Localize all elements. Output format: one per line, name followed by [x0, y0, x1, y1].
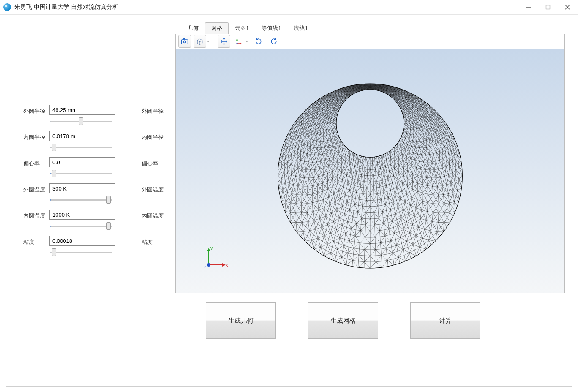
axes-icon[interactable]	[233, 35, 245, 48]
rotate-cw-icon[interactable]	[252, 35, 265, 48]
generate-geometry-button[interactable]: 生成几何	[206, 302, 276, 339]
title-bar: 朱勇飞 中国计量大学 自然对流仿真分析	[0, 0, 578, 15]
param-slider-outer_temp[interactable]	[50, 196, 112, 204]
param-label-inner_temp: 内圆温度	[23, 212, 49, 220]
view-tabs: 几何网格云图1等值线1流线1	[175, 23, 565, 34]
camera-icon[interactable]	[178, 35, 191, 48]
view-area: 几何网格云图1等值线1流线1	[175, 23, 565, 293]
svg-rect-3	[183, 39, 185, 40]
svg-rect-0	[546, 5, 550, 9]
param-input-eccentricity[interactable]	[49, 157, 115, 167]
main-frame: 外圆半径外圆半径内圆半径内圆半径偏心率偏心率外圆温度外圆温度内圆温度内圆温度粘度…	[6, 15, 572, 387]
tab-3[interactable]: 等值线1	[255, 22, 287, 34]
chevron-down-icon[interactable]	[245, 38, 249, 45]
svg-rect-1	[182, 40, 188, 44]
param-input-viscosity[interactable]	[49, 236, 115, 246]
param-input-inner_temp[interactable]	[49, 210, 115, 220]
chevron-down-icon[interactable]	[206, 38, 210, 45]
param-echo-viscosity: 粘度	[142, 238, 153, 246]
param-echo-eccentricity: 偏心率	[142, 160, 158, 167]
param-echo-inner_temp: 内圆温度	[142, 212, 164, 220]
param-echo-inner_radius: 内圆半径	[142, 133, 164, 141]
param-row-outer_radius: 外圆半径外圆半径	[23, 104, 175, 130]
param-slider-viscosity[interactable]	[50, 248, 112, 256]
param-label-inner_radius: 内圆半径	[23, 133, 49, 141]
rotate-ccw-icon[interactable]	[267, 35, 280, 48]
tab-1[interactable]: 网格	[205, 22, 229, 34]
param-slider-inner_temp[interactable]	[50, 222, 112, 230]
window-title: 朱勇飞 中国计量大学 自然对流仿真分析	[14, 3, 118, 11]
svg-point-2	[183, 41, 185, 43]
param-label-viscosity: 粘度	[23, 238, 49, 246]
svg-point-4	[236, 43, 237, 44]
param-row-viscosity: 粘度粘度	[23, 235, 175, 261]
tab-2[interactable]: 云图1	[229, 22, 255, 34]
param-row-inner_radius: 内圆半径内圆半径	[23, 130, 175, 156]
param-input-outer_radius[interactable]	[49, 105, 115, 115]
param-row-outer_temp: 外圆温度外圆温度	[23, 182, 175, 209]
param-input-inner_radius[interactable]	[49, 131, 115, 141]
param-slider-outer_radius[interactable]	[50, 117, 112, 125]
param-slider-inner_radius[interactable]	[50, 144, 112, 151]
toolbar-separator	[214, 36, 214, 46]
app-icon	[3, 3, 11, 11]
window-close-button[interactable]	[558, 0, 577, 14]
cube-icon[interactable]	[194, 35, 206, 48]
param-label-outer_temp: 外圆温度	[23, 186, 49, 193]
parameters-panel: 外圆半径外圆半径内圆半径内圆半径偏心率偏心率外圆温度外圆温度内圆温度内圆温度粘度…	[23, 104, 175, 261]
graphics-toolbar	[176, 34, 564, 49]
action-buttons: 生成几何 生成网格 计算	[206, 302, 480, 339]
tab-4[interactable]: 流线1	[287, 22, 314, 34]
param-input-outer_temp[interactable]	[49, 183, 115, 193]
compute-button[interactable]: 计算	[410, 302, 480, 339]
param-echo-outer_radius: 外圆半径	[142, 107, 164, 115]
param-row-eccentricity: 偏心率偏心率	[23, 156, 175, 182]
param-label-outer_radius: 外圆半径	[23, 107, 49, 115]
param-row-inner_temp: 内圆温度内圆温度	[23, 209, 175, 235]
tab-0[interactable]: 几何	[181, 22, 205, 34]
graphics-frame: y x z	[175, 34, 565, 293]
param-label-eccentricity: 偏心率	[23, 160, 49, 167]
window-minimize-button[interactable]	[519, 0, 538, 14]
generate-mesh-button[interactable]: 生成网格	[308, 302, 378, 339]
param-slider-eccentricity[interactable]	[50, 170, 112, 177]
window-maximize-button[interactable]	[538, 0, 558, 14]
graphics-canvas[interactable]: y x z	[176, 49, 564, 293]
move-icon[interactable]	[218, 35, 230, 48]
param-echo-outer_temp: 外圆温度	[142, 186, 164, 193]
